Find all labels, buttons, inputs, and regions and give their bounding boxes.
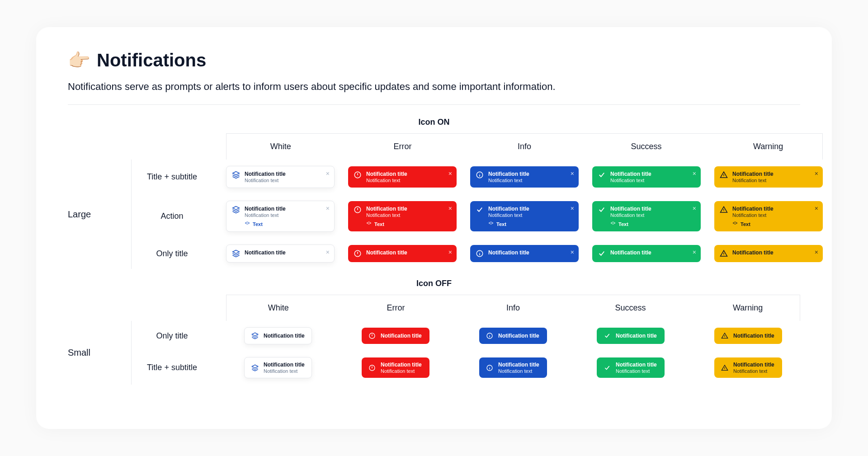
- notif-white-only-title: Notification title ×: [226, 244, 335, 263]
- notif-small-warning-title-subtitle: Notification titleNotification text: [714, 357, 782, 378]
- notif-white-title-subtitle: Notification titleNotification text ×: [226, 166, 335, 188]
- alert-triangle-icon: [721, 332, 729, 340]
- row-only-title-label: Only title: [131, 321, 212, 351]
- close-icon[interactable]: ×: [326, 170, 330, 177]
- alert-circle-icon: [368, 332, 376, 340]
- notif-info-action: Notification titleNotification text Text…: [470, 201, 579, 231]
- check-icon: [598, 249, 606, 258]
- notif-small-success-title-subtitle: Notification titleNotification text: [597, 357, 665, 378]
- alert-circle-icon: [354, 249, 362, 258]
- page-title: 👉🏻 Notifications: [68, 50, 800, 71]
- info-circle-icon: [486, 364, 494, 372]
- col-white: White: [226, 134, 335, 160]
- info-circle-icon: [486, 332, 494, 340]
- action-button[interactable]: Text: [732, 221, 817, 227]
- notif-info-only-title: Notification title ×: [470, 245, 579, 262]
- divider: [68, 104, 800, 105]
- row-action-label: Action: [131, 194, 212, 238]
- notif-small-warning-only-title: Notification title: [714, 328, 782, 344]
- check-icon: [598, 171, 606, 179]
- check-icon: [598, 206, 606, 214]
- action-button[interactable]: Text: [610, 221, 695, 227]
- notif-warning-title-subtitle: Notification titleNotification text ×: [714, 166, 823, 188]
- col-error: Error: [344, 295, 448, 321]
- notif-error-action: Notification titleNotification text Text…: [348, 201, 457, 231]
- size-small-label: Small: [68, 321, 118, 385]
- close-icon[interactable]: ×: [448, 249, 452, 256]
- check-icon: [603, 332, 611, 340]
- row-only-title-label: Only title: [131, 238, 212, 269]
- notif-success-action: Notification titleNotification text Text…: [592, 201, 701, 231]
- close-icon[interactable]: ×: [448, 170, 452, 177]
- close-icon[interactable]: ×: [815, 170, 818, 177]
- section-icon-on: Icon ON: [68, 118, 800, 127]
- check-icon: [476, 206, 484, 214]
- close-icon[interactable]: ×: [693, 205, 696, 212]
- notif-error-title-subtitle: Notification titleNotification text ×: [348, 166, 457, 188]
- close-icon[interactable]: ×: [326, 205, 330, 212]
- notif-small-error-title-subtitle: Notification titleNotification text: [362, 357, 429, 378]
- grid-icon-off: White Error Info Success Warning Small O…: [68, 295, 800, 385]
- info-circle-icon: [476, 171, 484, 179]
- close-icon[interactable]: ×: [326, 249, 330, 256]
- column-headers: White Error Info Success Warning: [226, 133, 823, 160]
- notif-white-action: Notification titleNotification text Text…: [226, 201, 335, 232]
- close-icon[interactable]: ×: [571, 205, 574, 212]
- col-white: White: [226, 295, 330, 321]
- notif-warning-only-title: Notification title ×: [714, 245, 823, 262]
- close-icon[interactable]: ×: [693, 249, 696, 256]
- layers-icon: [251, 364, 259, 372]
- notif-small-white-title-subtitle: Notification titleNotification text: [244, 357, 312, 378]
- alert-circle-icon: [354, 206, 362, 214]
- notif-info-title-subtitle: Notification titleNotification text ×: [470, 166, 579, 188]
- alert-circle-icon: [368, 364, 376, 372]
- check-icon: [603, 364, 611, 372]
- page-description: Notifications serve as prompts or alerts…: [68, 81, 800, 93]
- page-title-text: Notifications: [97, 50, 206, 71]
- close-icon[interactable]: ×: [815, 205, 818, 212]
- close-icon[interactable]: ×: [815, 249, 818, 256]
- column-headers-off: White Error Info Success Warning: [226, 295, 800, 321]
- notif-success-title-subtitle: Notification titleNotification text ×: [592, 166, 701, 188]
- col-info: Info: [470, 134, 579, 160]
- row-title-subtitle-label: Title + subtitle: [131, 160, 212, 194]
- alert-triangle-icon: [720, 206, 728, 214]
- alert-triangle-icon: [721, 364, 729, 372]
- doc-card: 👉🏻 Notifications Notifications serve as …: [36, 27, 832, 429]
- layers-icon: [251, 332, 259, 340]
- notif-small-error-only-title: Notification title: [362, 328, 429, 344]
- layers-icon: [232, 206, 240, 214]
- info-circle-icon: [476, 249, 484, 258]
- alert-circle-icon: [354, 171, 362, 179]
- col-warning: Warning: [696, 295, 800, 321]
- layers-icon: [232, 249, 240, 258]
- grid-icon-on: White Error Info Success Warning Large T…: [68, 133, 800, 269]
- alert-triangle-icon: [720, 249, 728, 258]
- notif-small-white-only-title: Notification title: [244, 327, 312, 344]
- size-large-label: Large: [68, 160, 118, 269]
- layers-icon: [232, 171, 240, 179]
- close-icon[interactable]: ×: [448, 205, 452, 212]
- col-error: Error: [349, 134, 457, 160]
- notif-success-only-title: Notification title ×: [592, 245, 701, 262]
- action-button[interactable]: Text: [366, 221, 451, 227]
- close-icon[interactable]: ×: [571, 249, 574, 256]
- notif-warning-action: Notification titleNotification text Text…: [714, 201, 823, 231]
- row-title-subtitle-label: Title + subtitle: [131, 351, 212, 385]
- notif-error-only-title: Notification title ×: [348, 245, 457, 262]
- col-warning: Warning: [714, 134, 822, 160]
- alert-triangle-icon: [720, 171, 728, 179]
- action-button[interactable]: Text: [245, 221, 329, 227]
- notif-small-success-only-title: Notification title: [597, 328, 665, 344]
- close-icon[interactable]: ×: [693, 170, 696, 177]
- col-success: Success: [592, 134, 701, 160]
- action-button[interactable]: Text: [488, 221, 573, 227]
- col-success: Success: [579, 295, 683, 321]
- section-icon-off: Icon OFF: [68, 279, 800, 288]
- col-info: Info: [461, 295, 565, 321]
- notif-small-info-only-title: Notification title: [479, 328, 547, 344]
- close-icon[interactable]: ×: [571, 170, 574, 177]
- pointing-hand-icon: 👉🏻: [68, 50, 90, 71]
- notif-small-info-title-subtitle: Notification titleNotification text: [479, 357, 547, 378]
